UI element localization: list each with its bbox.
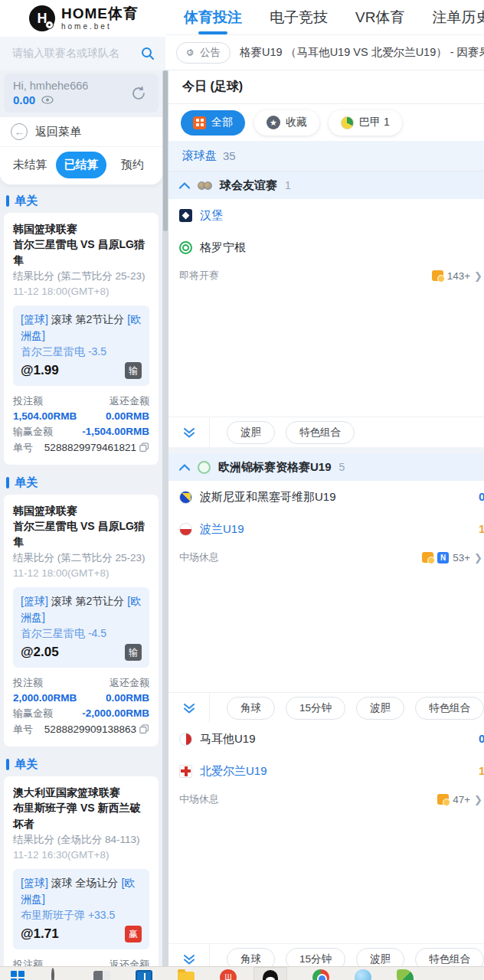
home-team-name[interactable]: 汉堡 [200,208,223,223]
refresh-balance-button[interactable] [129,84,148,103]
taskbar-app-icon[interactable] [93,971,110,980]
home-team-name[interactable]: 马耳他U19 [200,732,256,746]
bet-amounts: 投注额返还金额 2,000.00RMB0.00RMB 输赢金额-2,000.00… [13,675,149,737]
expand-more-button[interactable] [168,417,210,447]
stake-label: 投注额 [13,675,43,691]
home-team-row[interactable]: 汉堡 [168,199,484,231]
markets-link[interactable]: 47+ ❯ [437,794,482,805]
back-to-menu-button[interactable]: ← 返回菜单 [0,117,162,147]
logo[interactable]: H HOME体育 home.bet [0,0,165,37]
nav-esports[interactable]: 电子竞技 [270,8,328,28]
home-score-cutoff: 0 [479,490,484,503]
copy-icon[interactable] [139,724,149,734]
malta-flag-icon [179,733,192,746]
stats-icon [437,794,449,805]
live-label: 滚球盘 [182,149,217,163]
search-icon[interactable] [141,47,155,60]
chip-league-baja[interactable]: 巴甲 1 [329,110,402,136]
match-status-row: 中场休息 N 53+ ❯ [168,545,484,570]
announcement-bar: 公告 格赛U19 （马耳他U19 VS 北爱尔兰U19） - 因赛果不明确，赛果… [165,35,484,70]
stats-icon [422,552,433,563]
bet-selection: 布里斯班子弹 +33.5 [21,907,142,923]
home-team-name[interactable]: 波斯尼亚和黑塞哥维那U19 [200,490,336,505]
uefa-league-icon [198,461,211,474]
expand-more-button[interactable] [168,693,210,723]
bet-record-card[interactable]: 韩国篮球联赛 首尔三星雷电 VS 昌原LG猎隼 结果比分 (第二节比分 25-2… [4,495,159,746]
search-bar[interactable]: 请输入联赛名或球队名 [0,37,165,70]
windows-start-icon[interactable] [9,969,26,980]
away-team-row[interactable]: 波兰U19 1 [168,513,484,545]
record-type-label: 单关 [15,475,38,490]
chevron-up-icon[interactable] [179,182,190,189]
qq-app-tile[interactable] [253,967,287,980]
scrollbar-thumb[interactable] [163,70,168,231]
markets-link[interactable]: N 53+ ❯ [422,552,482,564]
record-league: 澳大利亚国家篮球联赛 [13,785,149,800]
eye-icon[interactable] [41,96,54,104]
file-explorer-icon[interactable] [178,972,195,980]
bet-market: 滚球 全场让分 [51,877,119,889]
away-team-name[interactable]: 北爱尔兰U19 [200,764,267,779]
league-filter-chips: 全部 ★ 收藏 巴甲 1 [168,104,484,141]
search-input[interactable]: 请输入联赛名或球队名 [12,47,141,60]
chrome-icon[interactable] [312,969,329,980]
bet-detail-box: [篮球] 滚球 第2节让分 [欧洲盘] 首尔三星雷电 -3.5 @1.99 输 [13,305,149,386]
away-score-cutoff: 1 [479,764,484,777]
winloss-value: -2,000.00RMB [82,706,149,721]
markets-count: 47+ [453,794,470,805]
section-gap [168,447,484,453]
taskbar-red-app-icon[interactable] [220,969,237,980]
record-time: 11-12 18:00(GMT+8) [13,566,149,581]
record-teams: 布里斯班子弹 VS 新西兰破坏者 [13,800,149,832]
chip-all[interactable]: 全部 [181,110,245,136]
copy-icon[interactable] [139,443,149,452]
bet-market: 滚球 第2节让分 [51,313,125,325]
league-section-header[interactable]: 欧洲锦标赛资格赛U19 5 [168,453,484,481]
away-team-row[interactable]: 北爱尔兰U19 1 [168,755,484,787]
bet-record-card[interactable]: 澳大利亚国家篮球联赛 布里斯班子弹 VS 新西兰破坏者 结果比分 (全场比分 8… [4,776,159,980]
match-status: 中场休息 [179,792,437,806]
taskbar-window-app-icon[interactable] [136,970,152,980]
pill-correct-score[interactable]: 波胆 [227,421,275,444]
news-icon: N [437,552,449,564]
pill-15min[interactable]: 15分钟 [286,697,345,720]
chevron-up-icon[interactable] [179,464,190,471]
pill-corners[interactable]: 角球 [227,697,275,720]
live-market-header[interactable]: 滚球盘 35 [168,141,484,172]
home-team-row[interactable]: 波斯尼亚和黑塞哥维那U19 0 [168,481,484,513]
markets-count: 143+ [447,270,470,282]
away-score-cutoff: 1 [479,522,484,535]
order-label: 单号 [13,439,33,456]
tab-unsettled[interactable]: 未结算 [5,152,56,178]
record-type-header: 单关 [0,750,162,776]
odds-area-empty [168,288,484,416]
away-team-name[interactable]: 波兰U19 [200,522,244,537]
home-team-row[interactable]: 马耳他U19 0 [168,723,484,755]
markets-link[interactable]: 143+ ❯ [432,270,482,282]
vertical-scrollbar[interactable] [162,70,168,980]
nav-sports-betting[interactable]: 体育投注 [184,8,242,28]
nav-bet-history[interactable]: 注单历史 [432,8,484,28]
bet-record-card[interactable]: 韩国篮球联赛 首尔三星雷电 VS 昌原LG猎隼 结果比分 (第二节比分 25-2… [4,213,159,465]
chip-favorites[interactable]: ★ 收藏 [254,110,319,136]
odds-area-empty [168,812,484,943]
pill-correct-score[interactable]: 波胆 [356,697,404,720]
chip-favorites-label: 收藏 [286,116,307,129]
away-team-name[interactable]: 格罗宁根 [200,240,246,255]
tab-settled[interactable]: 已结算 [56,152,107,178]
taskbar-cloud-app-icon[interactable] [355,969,371,980]
tab-reserved[interactable]: 预约 [106,152,158,178]
megaphone-icon [186,47,196,57]
taskbar-search-icon[interactable] [51,969,68,980]
accent-bar [6,195,9,207]
nav-vr-sports[interactable]: VR体育 [355,8,404,28]
chip-league-label: 巴甲 1 [359,116,390,129]
pill-special-combo[interactable]: 特色组合 [286,421,355,444]
record-score: 结果比分 (第二节比分 25-23) [13,269,149,284]
league-section-header[interactable]: 球会友谊赛 1 [168,172,484,199]
pill-special-combo[interactable]: 特色组合 [415,697,484,720]
taskbar-green-app-icon[interactable] [397,969,414,980]
announcement-badge[interactable]: 公告 [176,42,231,64]
away-team-row[interactable]: 格罗宁根 [168,231,484,263]
refund-value: 0.00RMB [106,409,149,424]
